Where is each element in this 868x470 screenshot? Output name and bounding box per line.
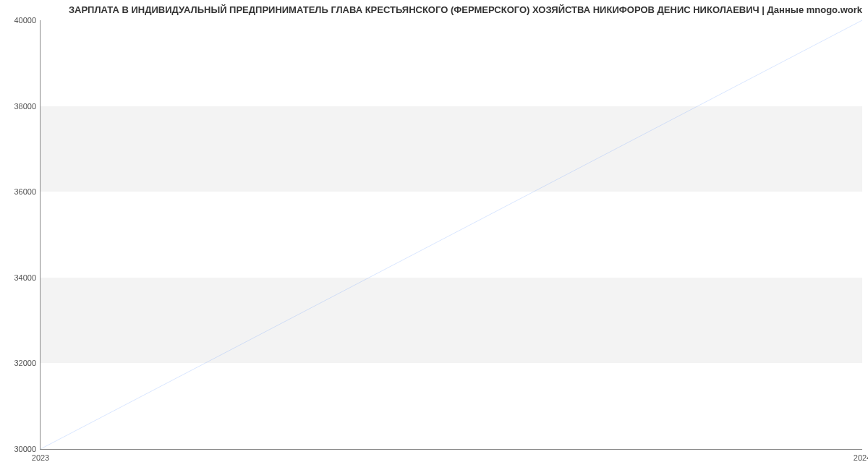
chart-container: ЗАРПЛАТА В ИНДИВИДУАЛЬНЫЙ ПРЕДПРИНИМАТЕЛ… <box>0 0 868 470</box>
chart-line <box>41 20 862 449</box>
x-tick-label: 2023 <box>32 453 49 462</box>
y-tick-label: 32000 <box>14 359 36 367</box>
y-tick-label: 30000 <box>14 445 36 453</box>
y-tick-label: 38000 <box>14 102 36 111</box>
plot-area: 30000 32000 34000 36000 38000 40000 2023… <box>40 20 862 450</box>
svg-line-0 <box>41 20 862 449</box>
x-tick-label: 2024 <box>854 453 868 462</box>
y-tick-label: 40000 <box>14 16 36 25</box>
y-tick-label: 34000 <box>14 273 36 282</box>
chart-title: ЗАРПЛАТА В ИНДИВИДУАЛЬНЫЙ ПРЕДПРИНИМАТЕЛ… <box>69 4 862 15</box>
y-tick-label: 36000 <box>14 187 36 196</box>
